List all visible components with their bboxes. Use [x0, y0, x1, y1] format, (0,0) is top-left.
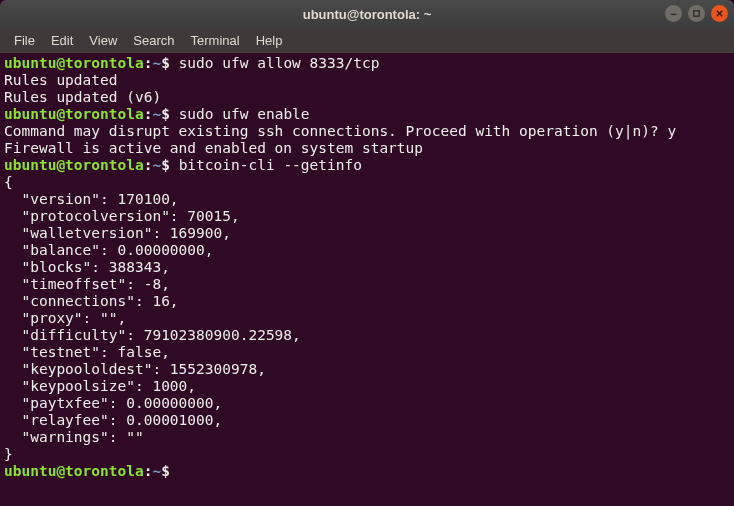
json-line: "timeoffset": -8,	[4, 276, 730, 293]
json-line: "protocolversion": 70015,	[4, 208, 730, 225]
json-line: "testnet": false,	[4, 344, 730, 361]
minimize-button[interactable]	[665, 5, 682, 22]
json-open: {	[4, 174, 730, 191]
output-line: Firewall is active and enabled on system…	[4, 140, 730, 157]
close-icon	[715, 9, 724, 18]
maximize-icon	[692, 9, 701, 18]
prompt-sigil: $	[161, 55, 170, 71]
menu-help[interactable]: Help	[248, 30, 291, 51]
terminal-line: ubuntu@torontola:~$	[4, 463, 730, 480]
terminal-line: ubuntu@torontola:~$ bitcoin-cli --getinf…	[4, 157, 730, 174]
json-line: "paytxfee": 0.00000000,	[4, 395, 730, 412]
output-line: Rules updated (v6)	[4, 89, 730, 106]
json-line: "difficulty": 79102380900.22598,	[4, 327, 730, 344]
prompt-sigil: $	[161, 106, 170, 122]
svg-rect-1	[694, 11, 699, 16]
prompt-path: ~	[152, 463, 161, 479]
prompt-path: ~	[152, 55, 161, 71]
command-text: sudo ufw allow 8333/tcp	[179, 55, 380, 71]
output-line: Command may disrupt existing ssh connect…	[4, 123, 730, 140]
menu-view[interactable]: View	[81, 30, 125, 51]
prompt-path: ~	[152, 106, 161, 122]
prompt-sigil: $	[161, 157, 170, 173]
minimize-icon	[669, 9, 678, 18]
command-text: bitcoin-cli --getinfo	[179, 157, 362, 173]
command-text: sudo ufw enable	[179, 106, 310, 122]
output-line: Rules updated	[4, 72, 730, 89]
terminal-line: ubuntu@torontola:~$ sudo ufw enable	[4, 106, 730, 123]
maximize-button[interactable]	[688, 5, 705, 22]
json-line: "proxy": "",	[4, 310, 730, 327]
prompt-path: ~	[152, 157, 161, 173]
json-line: "version": 170100,	[4, 191, 730, 208]
prompt-userhost: ubuntu@torontola	[4, 157, 144, 173]
json-line: "balance": 0.00000000,	[4, 242, 730, 259]
window-controls	[665, 5, 728, 22]
prompt-userhost: ubuntu@torontola	[4, 106, 144, 122]
prompt-userhost: ubuntu@torontola	[4, 55, 144, 71]
json-line: "blocks": 388343,	[4, 259, 730, 276]
terminal-area[interactable]: ubuntu@torontola:~$ sudo ufw allow 8333/…	[0, 53, 734, 506]
json-line: "walletversion": 169900,	[4, 225, 730, 242]
close-button[interactable]	[711, 5, 728, 22]
terminal-line: ubuntu@torontola:~$ sudo ufw allow 8333/…	[4, 55, 730, 72]
menu-file[interactable]: File	[6, 30, 43, 51]
menubar: File Edit View Search Terminal Help	[0, 28, 734, 53]
prompt-userhost: ubuntu@torontola	[4, 463, 144, 479]
json-close: }	[4, 446, 730, 463]
json-line: "connections": 16,	[4, 293, 730, 310]
prompt-sigil: $	[161, 463, 170, 479]
json-line: "relayfee": 0.00001000,	[4, 412, 730, 429]
window-title: ubuntu@torontola: ~	[303, 7, 432, 22]
json-line: "warnings": ""	[4, 429, 730, 446]
json-line: "keypoololdest": 1552300978,	[4, 361, 730, 378]
menu-terminal[interactable]: Terminal	[183, 30, 248, 51]
menu-edit[interactable]: Edit	[43, 30, 81, 51]
window-titlebar: ubuntu@torontola: ~	[0, 0, 734, 28]
json-line: "keypoolsize": 1000,	[4, 378, 730, 395]
menu-search[interactable]: Search	[125, 30, 182, 51]
